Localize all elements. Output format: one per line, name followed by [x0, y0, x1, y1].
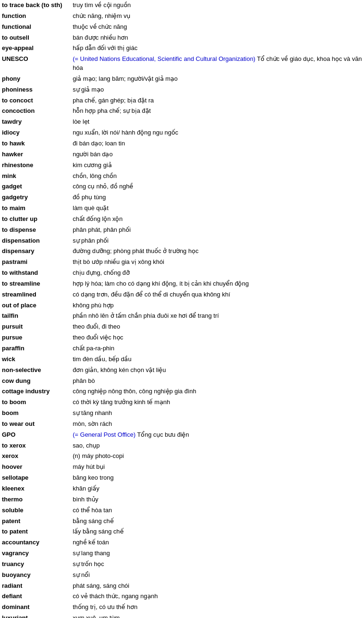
definition-cell: (= United Nations Educational, Scientifi… — [71, 54, 364, 74]
table-row: hoovermáy hút bụi — [0, 462, 364, 473]
table-row: gadgetcông cụ nhỏ, đồ nghề — [0, 181, 364, 192]
definition-cell: hấp dẫn đối với thị giác — [71, 43, 364, 54]
table-row: pursuittheo đuổi, đi theo — [0, 322, 364, 332]
table-row: to maimlàm què quặt — [0, 203, 364, 214]
term-cell: pastrami — [0, 257, 71, 268]
table-row: to xeroxsao, chụp — [0, 440, 364, 451]
term-cell: defiant — [0, 591, 71, 602]
table-row: streamlinedcó dạng trơn, đều đặn để có t… — [0, 289, 364, 300]
term-cell: phony — [0, 74, 71, 85]
definition-cell: bán được nhiều hơn — [71, 33, 364, 43]
table-row: phonygiả mạo; lang băm; người/vật giả mạ… — [0, 74, 364, 85]
term-cell: rhinestone — [0, 160, 71, 171]
definition-cell: khăn giấy — [71, 483, 364, 494]
term-cell: wick — [0, 354, 71, 365]
term-cell: to outsell — [0, 33, 71, 43]
definition-cell: có thể hòa tan — [71, 505, 364, 516]
table-row: buoyancysự nổi — [0, 570, 364, 581]
table-row: to boomcó thời kỳ tăng trưởng kinh tế mạ… — [0, 397, 364, 408]
term-cell: hawker — [0, 149, 71, 160]
definition-cell: đường dưỡng; phòng phát thuốc ở trường h… — [71, 246, 364, 257]
term-cell: radiant — [0, 581, 71, 592]
definition-cell: giả mạo; lang băm; người/vật giả mạo — [71, 74, 364, 85]
table-row: dispensationsự phân phối — [0, 236, 364, 246]
table-row: eye-appealhấp dẫn đối với thị giác — [0, 43, 364, 54]
term-cell: cow dung — [0, 376, 71, 387]
term-cell: paraffin — [0, 343, 71, 354]
definition-cell: lòe lẹt — [71, 117, 364, 127]
term-cell: kleenex — [0, 483, 71, 494]
term-cell: gadgetry — [0, 192, 71, 203]
term-cell: to xerox — [0, 440, 71, 451]
term-cell: to patent — [0, 526, 71, 537]
table-row: out of placekhông phù hợp — [0, 300, 364, 311]
term-cell: to boom — [0, 397, 71, 408]
table-row: functionchức năng, nhiệm vụ — [0, 11, 364, 22]
term-cell: UNESCO — [0, 54, 71, 74]
term-cell: cottage industry — [0, 386, 71, 397]
term-cell: boom — [0, 408, 71, 419]
definition-cell: mòn, sờn rách — [71, 419, 364, 430]
table-row: dominantthống trị, có ưu thế hơn — [0, 602, 364, 613]
term-cell: function — [0, 11, 71, 22]
table-row: UNESCO(= United Nations Educational, Sci… — [0, 54, 364, 74]
definition-cell: hợp lý hóa; làm cho có dạng khí động, ít… — [71, 279, 364, 289]
table-row: sellotapebăng keo trong — [0, 473, 364, 483]
term-cell: luxuriant — [0, 613, 71, 618]
definition-cell: máy hút bụi — [71, 462, 364, 473]
term-cell: out of place — [0, 300, 71, 311]
term-cell: to clutter up — [0, 214, 71, 225]
table-row: to withstandchịu đựng, chống đỡ — [0, 268, 364, 279]
table-row: solublecó thể hòa tan — [0, 505, 364, 516]
definition-cell: bằng sáng chế — [71, 516, 364, 527]
definition-cell: có dạng trơn, đều đặn để có thể di chuyể… — [71, 289, 364, 300]
term-cell: GPO — [0, 430, 71, 440]
table-row: to clutter upchất đống lộn xộn — [0, 214, 364, 225]
term-cell: phoniness — [0, 85, 71, 95]
definition-cell: có thời kỳ tăng trưởng kinh tế mạnh — [71, 397, 364, 408]
table-row: radiantphát sáng, sáng chói — [0, 581, 364, 592]
term-cell: to wear out — [0, 419, 71, 430]
definition-cell: chức năng, nhiệm vụ — [71, 11, 364, 22]
term-cell: gadget — [0, 181, 71, 192]
definition-cell: sự nổi — [71, 570, 364, 581]
table-row: kleenexkhăn giấy — [0, 483, 364, 494]
definition-cell: (= General Post Office) Tổng cục bưu điệ… — [71, 430, 364, 440]
definition-cell: sự trốn học — [71, 559, 364, 570]
term-cell: tawdry — [0, 117, 71, 127]
definition-cell: pha chế, gán ghép; bịa đặt ra — [71, 95, 364, 106]
definition-cell: không phù hợp — [71, 300, 364, 311]
term-cell: xerox — [0, 451, 71, 462]
alt-term-label: (= General Post Office) — [73, 431, 135, 438]
table-row: dispensaryđường dưỡng; phòng phát thuốc … — [0, 246, 364, 257]
term-cell: patent — [0, 516, 71, 527]
definition-cell: sự giả mạo — [71, 85, 364, 95]
table-row: tawdrylòe lẹt — [0, 117, 364, 127]
table-row: to trace back (to sth)truy tìm về cội ng… — [0, 0, 364, 11]
definition-cell: đi bán dạo; loan tin — [71, 138, 364, 149]
definition-cell: đơn giản, không kén chọn vật liệu — [71, 365, 364, 376]
term-cell: pursue — [0, 332, 71, 343]
table-row: to dispensephân phát, phân phối — [0, 225, 364, 236]
definition-cell: phân phát, phân phối — [71, 225, 364, 236]
alt-term-label: (= United Nations Educational, Scientifi… — [73, 55, 255, 62]
table-row: pursuetheo đuổi việc học — [0, 332, 364, 343]
term-cell: eye-appeal — [0, 43, 71, 54]
table-row: truancysự trốn học — [0, 559, 364, 570]
term-cell: sellotape — [0, 473, 71, 483]
table-row: hawkerngười bán dạo — [0, 149, 364, 160]
definition-cell: sao, chụp — [71, 440, 364, 451]
definition-cell: đồ phụ tùng — [71, 192, 364, 203]
table-row: xerox(n) máy photo-copi — [0, 451, 364, 462]
definition-cell: phát sáng, sáng chói — [71, 581, 364, 592]
table-row: to streamlinehợp lý hóa; làm cho có dạng… — [0, 279, 364, 289]
term-cell: idiocy — [0, 127, 71, 138]
table-row: cottage industrycông nghiệp nông thôn, c… — [0, 386, 364, 397]
table-row: to hawkđi bán dạo; loan tin — [0, 138, 364, 149]
term-cell: tailfin — [0, 311, 71, 322]
definition-cell: thống trị, có ưu thế hơn — [71, 602, 364, 613]
definition-cell: lấy bằng sáng chế — [71, 526, 364, 537]
term-cell: hoover — [0, 462, 71, 473]
table-row: paraffinchất pa-ra-phin — [0, 343, 364, 354]
table-row: cow dungphân bò — [0, 376, 364, 387]
